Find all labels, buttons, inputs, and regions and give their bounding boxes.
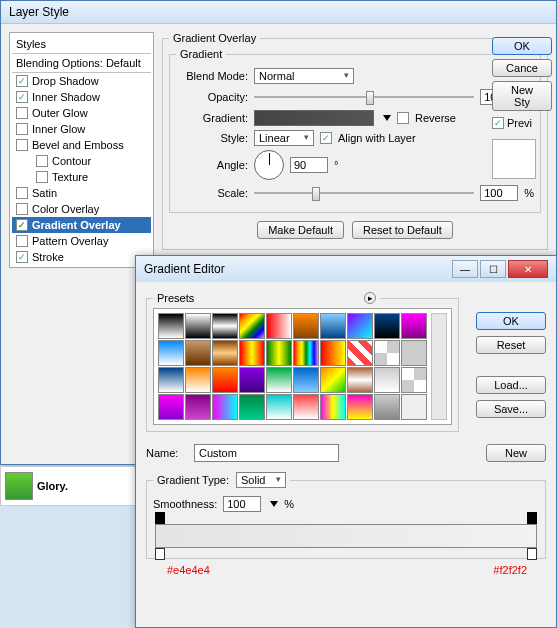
preset-swatch[interactable] xyxy=(293,367,319,393)
style-item-pattern-overlay[interactable]: Pattern Overlay xyxy=(12,233,151,249)
preset-swatch[interactable] xyxy=(185,340,211,366)
ge-load-button[interactable]: Load... xyxy=(476,376,546,394)
gradient-preview[interactable] xyxy=(254,110,374,126)
preset-swatch[interactable] xyxy=(185,367,211,393)
minimize-button[interactable]: — xyxy=(452,260,478,278)
preset-swatch[interactable] xyxy=(347,340,373,366)
preset-swatch[interactable] xyxy=(239,367,265,393)
preset-swatch[interactable] xyxy=(320,394,346,420)
blending-options[interactable]: Blending Options: Default xyxy=(12,54,151,73)
smoothness-input[interactable]: 100 xyxy=(223,496,261,512)
reverse-checkbox[interactable] xyxy=(397,112,409,124)
style-checkbox[interactable] xyxy=(16,107,28,119)
style-checkbox[interactable] xyxy=(16,187,28,199)
ok-button[interactable]: OK xyxy=(492,37,552,55)
preset-swatch[interactable] xyxy=(158,394,184,420)
style-checkbox[interactable] xyxy=(36,171,48,183)
presets-menu-icon[interactable]: ▸ xyxy=(364,292,376,304)
preset-swatch[interactable] xyxy=(293,340,319,366)
blend-mode-select[interactable]: Normal xyxy=(254,68,354,84)
style-item-drop-shadow[interactable]: ✓Drop Shadow xyxy=(12,73,151,89)
style-item-inner-shadow[interactable]: ✓Inner Shadow xyxy=(12,89,151,105)
preset-swatch[interactable] xyxy=(374,367,400,393)
preset-swatch[interactable] xyxy=(266,313,292,339)
close-button[interactable]: ✕ xyxy=(508,260,548,278)
preset-swatch[interactable] xyxy=(320,313,346,339)
style-checkbox[interactable] xyxy=(36,155,48,167)
opacity-slider[interactable] xyxy=(254,88,474,106)
angle-input[interactable]: 90 xyxy=(290,157,328,173)
style-checkbox[interactable] xyxy=(16,235,28,247)
preview-checkbox[interactable]: ✓ xyxy=(492,117,504,129)
style-item-texture[interactable]: Texture xyxy=(12,169,151,185)
color-stop-right[interactable] xyxy=(527,548,537,560)
style-checkbox[interactable] xyxy=(16,203,28,215)
preset-swatch[interactable] xyxy=(401,394,427,420)
preset-swatch[interactable] xyxy=(239,394,265,420)
preset-swatch[interactable] xyxy=(185,313,211,339)
style-item-outer-glow[interactable]: Outer Glow xyxy=(12,105,151,121)
styles-legend[interactable]: Styles xyxy=(12,35,151,54)
preset-swatch[interactable] xyxy=(239,340,265,366)
layer-style-titlebar[interactable]: Layer Style xyxy=(1,1,556,24)
cancel-button[interactable]: Cance xyxy=(492,59,552,77)
preset-swatch[interactable] xyxy=(320,367,346,393)
style-checkbox[interactable] xyxy=(16,123,28,135)
preset-swatch[interactable] xyxy=(320,340,346,366)
align-checkbox[interactable]: ✓ xyxy=(320,132,332,144)
opacity-stop-left[interactable] xyxy=(155,512,165,524)
preset-swatch[interactable] xyxy=(266,340,292,366)
make-default-button[interactable]: Make Default xyxy=(257,221,344,239)
preset-swatch[interactable] xyxy=(374,394,400,420)
preset-swatch[interactable] xyxy=(293,313,319,339)
preset-swatch[interactable] xyxy=(212,367,238,393)
preset-swatch[interactable] xyxy=(158,367,184,393)
preset-swatch[interactable] xyxy=(185,394,211,420)
name-input[interactable]: Custom xyxy=(194,444,339,462)
style-checkbox[interactable]: ✓ xyxy=(16,251,28,263)
gradient-bar[interactable] xyxy=(155,524,537,548)
new-button[interactable]: New xyxy=(486,444,546,462)
gradient-type-select[interactable]: Solid xyxy=(236,472,286,488)
style-checkbox[interactable] xyxy=(16,139,28,151)
style-item-inner-glow[interactable]: Inner Glow xyxy=(12,121,151,137)
preset-swatch[interactable] xyxy=(158,340,184,366)
preset-swatch[interactable] xyxy=(347,313,373,339)
preset-swatch[interactable] xyxy=(212,313,238,339)
style-item-color-overlay[interactable]: Color Overlay xyxy=(12,201,151,217)
preset-swatch[interactable] xyxy=(401,367,427,393)
preset-swatch[interactable] xyxy=(347,367,373,393)
preset-swatch[interactable] xyxy=(401,313,427,339)
preset-swatch[interactable] xyxy=(401,340,427,366)
scale-input[interactable]: 100 xyxy=(480,185,518,201)
opacity-stop-right[interactable] xyxy=(527,512,537,524)
smoothness-dropdown-icon[interactable] xyxy=(270,501,278,507)
preset-swatch[interactable] xyxy=(266,394,292,420)
style-select[interactable]: Linear xyxy=(254,130,314,146)
preset-swatch[interactable] xyxy=(239,313,265,339)
maximize-button[interactable]: ☐ xyxy=(480,260,506,278)
ge-save-button[interactable]: Save... xyxy=(476,400,546,418)
preset-swatch[interactable] xyxy=(212,340,238,366)
preset-swatch[interactable] xyxy=(347,394,373,420)
style-item-stroke[interactable]: ✓Stroke xyxy=(12,249,151,265)
color-stop-left[interactable] xyxy=(155,548,165,560)
reset-default-button[interactable]: Reset to Default xyxy=(352,221,453,239)
ge-reset-button[interactable]: Reset xyxy=(476,336,546,354)
presets-scrollbar[interactable] xyxy=(431,313,447,420)
style-checkbox[interactable]: ✓ xyxy=(16,91,28,103)
preset-swatch[interactable] xyxy=(266,367,292,393)
preset-swatch[interactable] xyxy=(212,394,238,420)
ge-ok-button[interactable]: OK xyxy=(476,312,546,330)
preset-swatch[interactable] xyxy=(374,340,400,366)
angle-dial[interactable] xyxy=(254,150,284,180)
scale-slider[interactable] xyxy=(254,184,474,202)
preset-swatch[interactable] xyxy=(158,313,184,339)
preset-swatch[interactable] xyxy=(374,313,400,339)
new-style-button[interactable]: New Sty xyxy=(492,81,552,111)
style-item-satin[interactable]: Satin xyxy=(12,185,151,201)
style-item-gradient-overlay[interactable]: ✓Gradient Overlay xyxy=(12,217,151,233)
gradient-editor-titlebar[interactable]: Gradient Editor — ☐ ✕ xyxy=(136,256,556,282)
gradient-dropdown-icon[interactable] xyxy=(383,115,391,121)
style-checkbox[interactable]: ✓ xyxy=(16,75,28,87)
